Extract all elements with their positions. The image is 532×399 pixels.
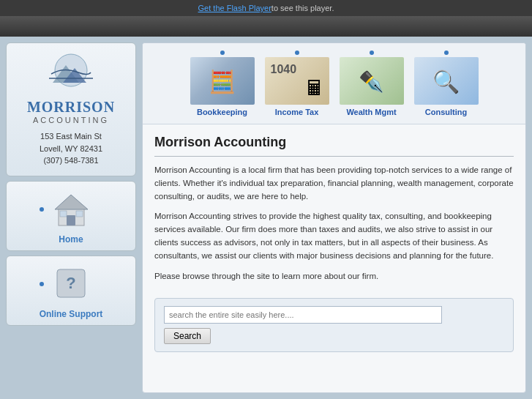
service-incometax[interactable]: Income Tax [265, 51, 329, 116]
svg-text:?: ? [66, 274, 75, 292]
service-dot [220, 51, 225, 55]
service-consulting[interactable]: Consulting [414, 51, 479, 116]
logo-card: Morrison Accounting 153 East Main St Lov… [6, 42, 136, 176]
bookkeeping-img [190, 57, 255, 105]
service-dot-tax [295, 51, 299, 55]
support-icon: ? [51, 264, 91, 304]
logo-company: Morrison [27, 99, 115, 116]
logo-graphic [38, 52, 104, 96]
sidebar: Morrison Accounting 153 East Main St Lov… [6, 42, 136, 393]
search-button[interactable]: Search [164, 328, 211, 344]
content-body: Morrison Accounting Morrison Accounting … [143, 124, 525, 362]
home-label: Home [59, 234, 83, 245]
wealthmgmt-img [340, 57, 404, 105]
consulting-img [414, 57, 479, 105]
incometax-label: Income Tax [275, 108, 319, 116]
home-icon [51, 189, 91, 229]
nav-dot [40, 207, 44, 212]
svg-rect-6 [67, 215, 75, 225]
address: 153 East Main St Lovell, WY 82431 (307) … [40, 130, 102, 167]
sidebar-item-support[interactable]: ? Online Support [6, 256, 136, 326]
services-row: Bookkeeping Income Tax Wealth Mgmt Consu… [143, 43, 525, 124]
page-title: Morrison Accounting [154, 135, 514, 150]
sidebar-item-home[interactable]: Home [6, 181, 136, 251]
svg-rect-8 [76, 211, 83, 217]
top-bar: Get the Flash Player to see this player. [0, 0, 532, 16]
bookkeeping-label: Bookkeeping [197, 108, 247, 116]
support-icon-wrap: ? [45, 262, 97, 306]
nav-bar [0, 16, 532, 37]
topbar-text: to see this player. [271, 4, 334, 12]
support-label: Online Support [40, 309, 103, 319]
home-icon-wrap [45, 187, 97, 231]
search-area: Search [154, 298, 514, 352]
main-content: Bookkeeping Income Tax Wealth Mgmt Consu… [142, 42, 526, 393]
svg-marker-5 [55, 195, 88, 209]
wealthmgmt-label: Wealth Mgmt [346, 108, 396, 116]
body-para2: Morrison Accounting strives to provide t… [154, 210, 514, 262]
service-wealthmgmt[interactable]: Wealth Mgmt [340, 51, 404, 116]
service-bookkeeping[interactable]: Bookkeeping [190, 51, 255, 116]
flash-link[interactable]: Get the Flash Player [198, 4, 271, 12]
body-para3: Please browse through the site to learn … [154, 270, 514, 283]
nav-dot-support [40, 282, 44, 286]
logo-sub: Accounting [33, 116, 109, 124]
divider [154, 156, 514, 157]
svg-rect-7 [60, 211, 67, 217]
service-dot-wealth [370, 51, 374, 55]
service-dot-consulting [444, 51, 449, 55]
consulting-label: Consulting [425, 108, 467, 116]
body-para1: Morrison Accounting is a local firm that… [154, 164, 514, 203]
incometax-img [265, 57, 329, 105]
search-input[interactable] [164, 306, 442, 324]
page-wrapper: Morrison Accounting 153 East Main St Lov… [0, 37, 532, 399]
